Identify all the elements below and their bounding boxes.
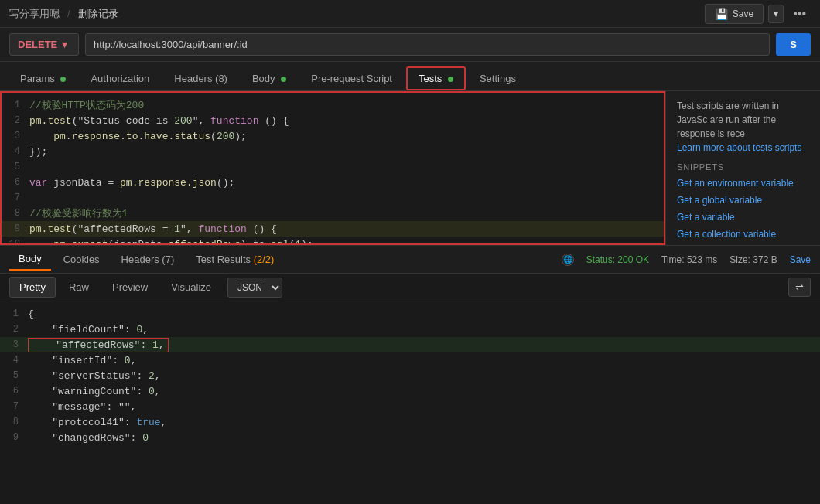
globe-icon: 🌐 [562, 254, 574, 266]
breadcrumb-part1: 写分享用嗯 [9, 7, 60, 21]
tab-prerequest[interactable]: Pre-request Script [300, 66, 403, 90]
json-line: 7 "message": "", [0, 399, 820, 414]
format-tab-preview[interactable]: Preview [102, 277, 158, 298]
save-label: Save [733, 9, 753, 19]
tab-headers[interactable]: Headers (8) [163, 66, 238, 90]
json-line: 1{ [0, 306, 820, 322]
request-bar: DELETE ▾ S [0, 28, 820, 62]
tab-tests[interactable]: Tests [406, 66, 466, 90]
response-tab-testresults[interactable]: Test Results (2/2) [186, 249, 283, 270]
format-tab-pretty[interactable]: Pretty [9, 277, 56, 298]
code-line: 2pm.test("Status code is 200", function … [2, 113, 664, 128]
tests-dot [448, 77, 453, 82]
code-line: 8//校验受影响行数为1 [2, 206, 664, 221]
top-bar: 写分享用嗯 / 删除记录 💾 Save ▾ ••• [0, 0, 820, 28]
save-icon: 💾 [715, 8, 728, 20]
json-line: 4 "insertId": 0, [0, 352, 820, 368]
method-chevron: ▾ [62, 39, 67, 50]
json-line: 8 "protocol41": true, [0, 414, 820, 430]
code-line: 10 pm.expect(jsonData.affectedRows).to.e… [2, 237, 664, 245]
time-value: Time: 523 ms [661, 254, 717, 265]
json-line: 10} [0, 445, 820, 447]
wrap-button[interactable]: ⇌ [788, 278, 811, 297]
code-line: 1//校验HTTP状态码为200 [2, 97, 664, 113]
response-tab-headers[interactable]: Headers (7) [112, 249, 184, 270]
code-line: 3 pm.response.to.have.status(200); [2, 128, 664, 144]
format-tabs: Pretty Raw Preview Visualize JSON ⇌ [0, 274, 820, 301]
snippet-link[interactable]: Get a variable [677, 212, 809, 223]
json-format-select[interactable]: JSON [227, 278, 282, 298]
code-line: 5 [2, 159, 664, 175]
learn-more-link[interactable]: Learn more about tests scripts [677, 141, 809, 155]
url-input[interactable] [85, 33, 770, 56]
breadcrumb-part2: 删除记录 [78, 7, 118, 21]
snippets-panel: Test scripts are written in JavaSc are r… [665, 91, 820, 245]
snippet-link[interactable]: Get a global variable [677, 195, 809, 206]
format-tab-raw[interactable]: Raw [59, 277, 99, 298]
code-line: 9pm.test("affectedRows = 1", function ()… [2, 221, 664, 237]
more-options-button[interactable]: ••• [788, 5, 811, 22]
json-line: 6 "warningCount": 0, [0, 383, 820, 399]
save-button[interactable]: 💾 Save [705, 4, 764, 24]
snippets-intro: Test scripts are written in JavaSc are r… [677, 99, 809, 155]
tab-settings[interactable]: Settings [469, 66, 527, 90]
code-editor[interactable]: 1//校验HTTP状态码为2002pm.test("Status code is… [0, 91, 665, 245]
body-dot [281, 77, 286, 82]
snippet-link[interactable]: Get an environment variable [677, 178, 809, 189]
send-button[interactable]: S [776, 33, 811, 56]
code-line: 7 [2, 190, 664, 206]
json-line: 5 "serverStatus": 2, [0, 368, 820, 383]
breadcrumb-sep: / [67, 8, 70, 19]
editor-area: 1//校验HTTP状态码为2002pm.test("Status code is… [0, 91, 820, 246]
response-tab-cookies[interactable]: Cookies [54, 249, 109, 270]
method-label: DELETE [18, 39, 57, 50]
method-select[interactable]: DELETE ▾ [9, 33, 79, 56]
response-tabs-row: Body Cookies Headers (7) Test Results (2… [0, 246, 820, 274]
code-line: 4}); [2, 144, 664, 159]
params-dot [60, 77, 66, 82]
size-value: Size: 372 B [729, 254, 777, 265]
snippets-title: SNIPPETS [677, 162, 809, 172]
response-area: Body Cookies Headers (7) Test Results (2… [0, 246, 820, 447]
code-line: 6var jsonData = pm.response.json(); [2, 175, 664, 190]
format-tab-visualize[interactable]: Visualize [161, 277, 221, 298]
tab-params[interactable]: Params [9, 66, 77, 90]
tab-authorization[interactable]: Authorization [80, 66, 160, 90]
json-line: 2 "fieldCount": 0, [0, 322, 820, 337]
tab-body[interactable]: Body [241, 66, 297, 90]
json-line: 9 "changedRows": 0 [0, 430, 820, 445]
json-line: 3 "affectedRows": 1, [0, 337, 820, 352]
request-tabs: Params Authorization Headers (8) Body Pr… [0, 62, 820, 91]
snippet-link[interactable]: Get a collection variable [677, 229, 809, 240]
status-ok: Status: 200 OK [586, 254, 649, 265]
save-dropdown-button[interactable]: ▾ [768, 5, 784, 23]
response-tab-body[interactable]: Body [9, 248, 51, 271]
response-save-button[interactable]: Save [790, 254, 811, 265]
json-output: 1{2 "fieldCount": 0,3 "affectedRows": 1,… [0, 301, 820, 447]
